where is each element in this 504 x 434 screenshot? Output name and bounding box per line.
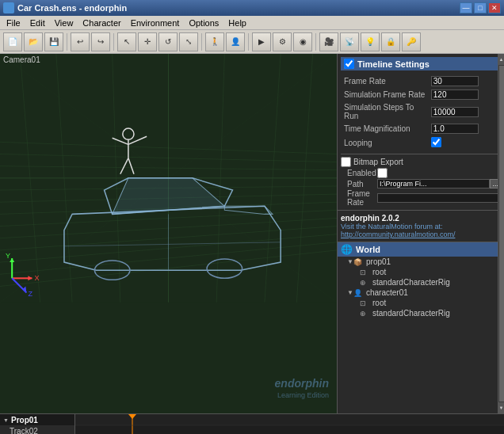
- menu-character[interactable]: Character: [78, 17, 125, 29]
- scroll-up-button[interactable]: ▲: [498, 54, 505, 65]
- tb-char1[interactable]: 🚶: [205, 32, 224, 51]
- prop01-expand-arrow[interactable]: ▼: [3, 417, 10, 423]
- tb-select[interactable]: ↖: [117, 32, 136, 51]
- bitmap-header: Bitmap Export: [341, 157, 501, 167]
- track-labels: ▼ Prop01 Track02 Track03 Track04 ▼ Chara…: [0, 414, 75, 434]
- tb-render[interactable]: ▶: [252, 32, 271, 51]
- prop01-track02-label: Track02: [0, 425, 74, 434]
- toolbar-separator-3: [201, 33, 202, 51]
- tb-key[interactable]: 🔑: [402, 32, 421, 51]
- tracks-section: ▼ Prop01 Track02 Track03 Track04 ▼ Chara…: [0, 414, 504, 434]
- timeline-area: ▼ Prop01 Track02 Track03 Track04 ▼ Chara…: [0, 413, 504, 434]
- tb-char2[interactable]: 👤: [226, 32, 245, 51]
- prop01-group-label: Prop01: [11, 416, 38, 424]
- toolbar-separator-5: [315, 33, 316, 51]
- tree-item-char01-rig[interactable]: ⊕ standardCharacterRig: [338, 308, 504, 318]
- tb-cam2[interactable]: 📡: [340, 32, 359, 51]
- scroll-thumb[interactable]: [499, 66, 504, 402]
- bitmap-enabled-checkbox[interactable]: [377, 168, 388, 178]
- endorphin-url[interactable]: http://community.naturalmotion.com/: [341, 230, 501, 238]
- timeline-settings-title: Timeline Settings: [357, 59, 430, 69]
- settings-separator: [341, 154, 501, 154]
- char01-label: character01: [366, 288, 408, 297]
- root-icon-2: ⊡: [360, 299, 371, 307]
- app-icon: [3, 2, 14, 13]
- title-bar: Car Crash.ens - endorphin — □ ✕: [0, 0, 504, 16]
- menu-edit[interactable]: Edit: [25, 17, 50, 29]
- bitmap-enabled-row: Enabled: [341, 168, 501, 178]
- tree-item-prop01-root[interactable]: ⊡ root: [338, 267, 504, 277]
- bitmap-path-input[interactable]: [377, 179, 490, 188]
- minimize-button[interactable]: —: [460, 2, 472, 13]
- viewport-edition-label: Learning Edition: [277, 391, 329, 399]
- tree-item-prop01[interactable]: ▼ 📦 prop01: [338, 257, 504, 267]
- bitmap-framerate-input[interactable]: [377, 193, 501, 203]
- menu-help[interactable]: Help: [223, 17, 251, 29]
- tb-move[interactable]: ✛: [138, 32, 157, 51]
- bitmap-header-checkbox[interactable]: [341, 157, 351, 167]
- maximize-button[interactable]: □: [474, 2, 487, 13]
- svg-text:X: X: [35, 274, 40, 282]
- prop01-group-header[interactable]: ▼ Prop01: [0, 414, 74, 425]
- menu-view[interactable]: View: [50, 17, 78, 29]
- root-icon-1: ⊡: [360, 268, 371, 276]
- tree-item-char01-root[interactable]: ⊡ root: [338, 298, 504, 308]
- timeline-settings-checkbox[interactable]: [344, 59, 354, 69]
- sim-frame-rate-input[interactable]: [431, 89, 479, 100]
- sim-frame-rate-label: Simulation Frame Rate: [342, 89, 428, 101]
- endorphin-version: endorphin 2.0.2: [341, 214, 501, 223]
- tb-settings[interactable]: ⚙: [273, 32, 292, 51]
- endorphin-visit-text: Visit the NaturalMotion forum at:: [341, 223, 501, 230]
- frame-rate-input[interactable]: [431, 76, 479, 86]
- tb-options[interactable]: ◉: [293, 32, 312, 51]
- svg-rect-43: [75, 425, 504, 434]
- menu-environment[interactable]: Environment: [126, 17, 185, 29]
- viewport-3d[interactable]: Camera01: [0, 54, 338, 413]
- bitmap-export-section: Bitmap Export Enabled Path ... Frame Rat…: [341, 157, 501, 207]
- tree-item-prop01-rig[interactable]: ⊕ standardCharacterRig: [338, 277, 504, 287]
- tree-expand-char01[interactable]: ▼: [347, 289, 353, 296]
- tb-save[interactable]: 💾: [44, 32, 63, 51]
- scroll-down-button[interactable]: ▼: [498, 402, 505, 413]
- sim-steps-input[interactable]: [431, 107, 479, 117]
- tree-expand-prop01[interactable]: ▼: [347, 258, 353, 265]
- window-title: Car Crash.ens - endorphin: [17, 3, 460, 13]
- right-panel: Timeline Settings Frame Rate Simulation …: [338, 54, 504, 413]
- prop-icon: 📦: [353, 258, 365, 266]
- prop01-label: prop01: [366, 257, 391, 266]
- time-mag-input[interactable]: [431, 124, 479, 134]
- globe-icon: 🌐: [341, 244, 353, 255]
- tb-lock[interactable]: 🔒: [381, 32, 400, 51]
- tb-scale[interactable]: ⤡: [179, 32, 198, 51]
- tree-item-char01[interactable]: ▼ 👤 character01: [338, 287, 504, 298]
- looping-label: Looping: [342, 136, 428, 150]
- char01-rig-label: standardCharacterRig: [372, 309, 450, 318]
- close-button[interactable]: ✕: [488, 2, 501, 13]
- looping-checkbox[interactable]: [431, 137, 441, 147]
- timeline-settings-panel: Timeline Settings Frame Rate Simulation …: [338, 54, 504, 211]
- menu-file[interactable]: File: [2, 17, 25, 29]
- viewport-logo: endorphin: [275, 377, 329, 390]
- bitmap-path-row: Path ...: [341, 179, 501, 188]
- viewport-grid: X Y Z: [0, 54, 337, 303]
- tb-new[interactable]: 📄: [3, 32, 22, 51]
- bitmap-path-label: Path: [347, 180, 377, 188]
- viewport-camera-label: Camera01: [3, 55, 40, 64]
- menu-options[interactable]: Options: [184, 17, 223, 29]
- bitmap-export-title: Bitmap Export: [353, 158, 403, 166]
- right-scrollbar[interactable]: ▲ ▼: [498, 54, 504, 413]
- tb-undo[interactable]: ↩: [71, 32, 90, 51]
- window-controls: — □ ✕: [460, 2, 501, 13]
- tb-rotate[interactable]: ↺: [158, 32, 178, 51]
- bitmap-enabled-label: Enabled: [347, 169, 377, 177]
- prop01-root-label: root: [372, 268, 386, 276]
- rig-icon-1: ⊕: [360, 279, 371, 287]
- world-tree-header: 🌐 World: [338, 242, 504, 257]
- sim-steps-label: Simulation Steps To Run: [342, 102, 428, 121]
- tb-light[interactable]: 💡: [361, 32, 380, 51]
- tb-redo[interactable]: ↪: [91, 32, 110, 51]
- timeline-settings-header: Timeline Settings: [341, 57, 501, 70]
- svg-text:Y: Y: [6, 252, 10, 260]
- tb-open[interactable]: 📂: [24, 32, 43, 51]
- tb-cam1[interactable]: 🎥: [319, 32, 338, 51]
